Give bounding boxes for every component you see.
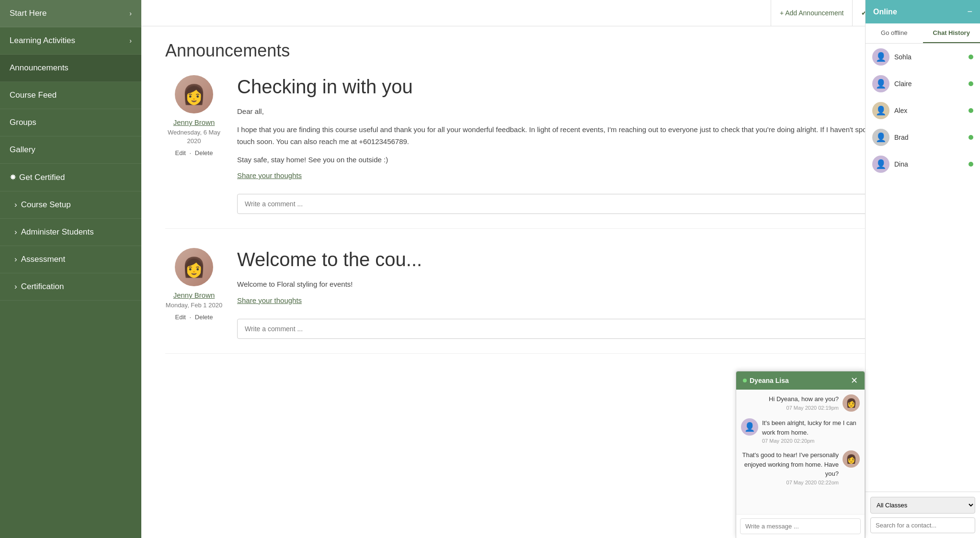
sidebar-item-label: Gallery	[10, 145, 35, 155]
post-date-2: Monday, Feb 1 2020	[165, 301, 223, 310]
online-panel: Online − Go offline Chat History 👤 Sohla…	[865, 0, 980, 538]
contact-search-input[interactable]	[870, 517, 975, 533]
contact-avatar-alex: 👤	[872, 102, 889, 119]
sidebar-item-announcements[interactable]: Announcements	[0, 55, 141, 82]
chat-popup-close-button[interactable]: ✕	[851, 376, 858, 385]
chat-contact-name: Dyeana Lisa	[750, 377, 789, 384]
contact-status-brad	[969, 135, 973, 140]
chat-msg-content-1: It's been alright, lucky for me I can wo…	[762, 418, 860, 444]
contact-status-alex	[969, 108, 973, 113]
sidebar-item-course-feed[interactable]: Course Feed	[0, 82, 141, 109]
contact-brad[interactable]: 👤 Brad	[866, 124, 980, 151]
online-indicator	[743, 379, 747, 382]
contact-alex[interactable]: 👤 Alex	[866, 97, 980, 124]
sidebar-item-gallery[interactable]: Gallery	[0, 136, 141, 164]
chat-msg-avatar-0: 👩	[843, 394, 860, 412]
chat-msg-text-1: It's been alright, lucky for me I can wo…	[762, 418, 860, 437]
chevron-right-icon: ›	[14, 255, 17, 264]
contact-status-sohla	[969, 55, 973, 59]
chat-popup-title: Dyeana Lisa	[743, 377, 789, 384]
sidebar-item-label: Certification	[21, 282, 132, 291]
sidebar-item-assessment[interactable]: › Assessment	[0, 246, 141, 273]
post-body-1: Checking in with you Dear all, I hope th…	[237, 75, 956, 214]
share-thoughts-link-1[interactable]: Share your thoughts	[237, 171, 956, 179]
chevron-right-icon: ›	[129, 37, 132, 45]
sidebar-item-get-certified[interactable]: ✸ Get Certified	[0, 164, 141, 191]
sidebar-item-learning-activities[interactable]: Learning Activities ›	[0, 27, 141, 55]
chat-msg-text-2: That's good to hear! I've personally enj…	[741, 450, 839, 479]
sidebar-item-certification[interactable]: › Certification	[0, 273, 141, 301]
online-contacts-list: 👤 Sohla 👤 Claire 👤 Alex 👤 Brad 👤	[866, 44, 980, 492]
post-para-1-0: Dear all,	[237, 105, 956, 118]
contact-sohla[interactable]: 👤 Sohla	[866, 44, 980, 70]
chat-msg-avatar-2: 👩	[843, 450, 860, 468]
contact-name-alex: Alex	[894, 107, 964, 114]
contact-status-claire	[969, 81, 973, 86]
tab-chat-history[interactable]: Chat History	[923, 23, 980, 43]
chat-message-input[interactable]	[740, 518, 861, 534]
post-para-1-2: Stay safe, stay home! See you on the out…	[237, 154, 956, 166]
post-para-2-0: Welcome to Floral styling for events!	[237, 278, 956, 291]
contact-name-sohla: Sohla	[894, 53, 964, 61]
sidebar-item-label: Announcements	[10, 63, 68, 73]
post-para-1-1: I hope that you are finding this course …	[237, 123, 956, 148]
delete-link-2[interactable]: Delete	[195, 314, 213, 321]
tab-go-offline[interactable]: Go offline	[866, 23, 923, 43]
post-author-2: Jenny Brown Monday, Feb 1 2020 Edit · De…	[165, 248, 223, 339]
chevron-right-icon: ›	[14, 282, 17, 291]
online-panel-tabs: Go offline Chat History	[866, 23, 980, 44]
online-panel-header: Online −	[866, 0, 980, 23]
chat-popup: Dyeana Lisa ✕ 👩 Hi Dyeana, how are you? …	[736, 371, 865, 538]
add-announcement-button[interactable]: + Add Announcement	[771, 0, 853, 26]
star-icon: ✸	[10, 172, 16, 182]
sidebar-item-label: Assessment	[21, 255, 132, 264]
contact-dina[interactable]: 👤 Dina	[866, 151, 980, 178]
minimize-panel-button[interactable]: −	[967, 7, 972, 17]
edit-link-1[interactable]: Edit	[175, 149, 186, 157]
comment-input-2[interactable]	[237, 319, 956, 339]
chat-msg-time-1: 07 May 2020 02:20pm	[762, 438, 860, 444]
announcement-post-1: Jenny Brown Wednesday, 6 May 2020 Edit ·…	[165, 75, 956, 229]
contact-name-dina: Dina	[894, 160, 964, 168]
contact-avatar-dina: 👤	[872, 156, 889, 173]
chat-msg-content-0: Hi Dyeana, how are you? 07 May 2020 02:1…	[769, 394, 839, 412]
contact-avatar-sohla: 👤	[872, 48, 889, 66]
chevron-right-icon: ›	[14, 200, 17, 210]
chat-msg-text-0: Hi Dyeana, how are you?	[769, 394, 839, 404]
chat-msg-time-0: 07 May 2020 02:19pm	[769, 405, 839, 411]
delete-link-1[interactable]: Delete	[195, 149, 213, 157]
content-area: Announcements Jenny Brown Wednesday, 6 M…	[141, 26, 980, 387]
topbar: + Add Announcement ✔ Subscribed Edit pag…	[141, 0, 980, 26]
contact-avatar-claire: 👤	[872, 75, 889, 92]
author-name-1[interactable]: Jenny Brown	[165, 118, 223, 126]
class-select[interactable]: All Classes	[870, 497, 975, 514]
chat-msg-avatar-1: 👤	[741, 418, 758, 436]
sidebar-item-course-setup[interactable]: › Course Setup	[0, 191, 141, 219]
chat-msg-content-2: That's good to hear! I've personally enj…	[741, 450, 839, 485]
sidebar-item-label: Administer Students	[21, 227, 132, 237]
sidebar-item-administer-students[interactable]: › Administer Students	[0, 219, 141, 246]
avatar-jenny-2	[175, 248, 213, 286]
comment-input-1[interactable]	[237, 194, 956, 214]
online-panel-footer: All Classes	[866, 492, 980, 538]
sidebar-item-label: Get Certified	[19, 173, 132, 182]
post-author-1: Jenny Brown Wednesday, 6 May 2020 Edit ·…	[165, 75, 223, 214]
author-name-2[interactable]: Jenny Brown	[165, 291, 223, 299]
chat-message-1: 👤 It's been alright, lucky for me I can …	[741, 418, 860, 444]
share-thoughts-link-2[interactable]: Share your thoughts	[237, 296, 956, 304]
sidebar-item-label: Course Feed	[10, 90, 57, 100]
sidebar-item-label: Learning Activities	[10, 36, 75, 45]
chevron-right-icon: ›	[129, 10, 132, 17]
post-title-1: Checking in with you	[237, 75, 956, 98]
edit-link-2[interactable]: Edit	[175, 314, 186, 321]
chat-input-area	[736, 514, 865, 538]
post-title-2: Welcome to the cou...	[237, 248, 956, 271]
post-actions-1: Edit · Delete	[165, 149, 223, 157]
chat-popup-header: Dyeana Lisa ✕	[736, 371, 865, 390]
sidebar-item-start-here[interactable]: Start Here ›	[0, 0, 141, 27]
contact-claire[interactable]: 👤 Claire	[866, 70, 980, 97]
avatar-jenny-1	[175, 75, 213, 113]
sidebar-item-groups[interactable]: Groups	[0, 109, 141, 136]
post-actions-2: Edit · Delete	[165, 314, 223, 321]
chevron-right-icon: ›	[14, 227, 17, 237]
